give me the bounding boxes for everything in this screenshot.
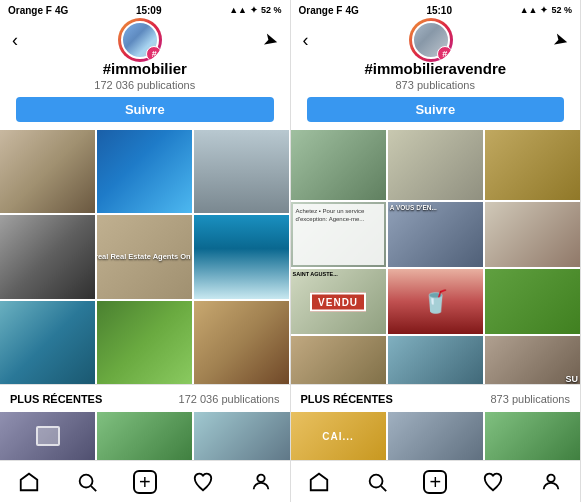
grid-cell-r2[interactable] <box>485 130 580 200</box>
grid-overlay-text: Top 15 Montreal Real Estate Agents On So… <box>97 252 192 262</box>
follow-button-right[interactable]: Suivre <box>307 97 565 122</box>
follow-button-left[interactable]: Suivre <box>16 97 274 122</box>
send-icon-right[interactable]: ➤ <box>550 27 570 52</box>
grid-cell-4[interactable]: Top 15 Montreal Real Estate Agents On So… <box>97 215 192 298</box>
grid-image-r2 <box>485 130 580 200</box>
grid-image-r0 <box>291 130 386 200</box>
photo-grid-right: Achetez • Pour un service d'exception: A… <box>291 130 581 384</box>
pub-count-right: 873 publications <box>395 79 475 91</box>
grid-cell-r5[interactable] <box>485 202 580 267</box>
header-nav-right: ‹ # ➤ <box>291 20 581 60</box>
grid-image-r8 <box>485 269 580 334</box>
profile-info-left: #immobilier 172 036 publications Suivre <box>0 60 290 130</box>
grid-image-r1 <box>388 130 483 200</box>
smoothie-icon: 🥤 <box>422 289 449 315</box>
carrier-text-left: Orange F <box>8 5 52 16</box>
grid-cell-r7[interactable]: 🥤 <box>388 269 483 334</box>
thumb-1-right[interactable] <box>388 412 483 460</box>
thumb-image-1-right <box>388 412 483 460</box>
thumb-2-right[interactable] <box>485 412 580 460</box>
ad-text-overlay: Achetez • Pour un service d'exception: A… <box>293 204 384 265</box>
grid-cell-5[interactable] <box>194 215 289 298</box>
thumb-image-2-right <box>485 412 580 460</box>
grid-image-5 <box>194 215 289 298</box>
back-icon-right[interactable]: ‹ <box>303 30 309 51</box>
grid-image-r10 <box>388 336 483 384</box>
grid-image-8 <box>194 301 289 384</box>
heart-nav-right[interactable] <box>475 464 511 500</box>
grid-image-6 <box>0 301 95 384</box>
status-bar-right: Orange F 4G 15:10 ▲▲ ✦ 52 % <box>291 0 581 20</box>
hashtag-badge-right: # <box>437 46 453 62</box>
grid-cell-r4[interactable]: A VOUS D'EN... <box>388 202 483 267</box>
thumb-image-0-right: CAI... <box>291 412 386 460</box>
grid-cell-r6[interactable]: SAINT AGUSTE... VENDU <box>291 269 386 334</box>
profile-nav-right[interactable] <box>533 464 569 500</box>
grid-cell-2[interactable] <box>194 130 289 213</box>
home-nav-left[interactable] <box>11 464 47 500</box>
grid-image-r5 <box>485 202 580 267</box>
grid-cell-r11[interactable]: SU <box>485 336 580 384</box>
thumb-0-left[interactable] <box>0 412 95 460</box>
grid-cell-r0[interactable] <box>291 130 386 200</box>
add-nav-right[interactable]: + <box>417 464 453 500</box>
search-nav-right[interactable] <box>359 464 395 500</box>
plus-recentes-count-right: 873 publications <box>490 393 570 405</box>
avatar-right: # <box>409 18 453 62</box>
grid-cell-r10[interactable] <box>388 336 483 384</box>
grid-image-0 <box>0 130 95 213</box>
thumb-2-left[interactable] <box>194 412 289 460</box>
send-icon-left[interactable]: ➤ <box>260 27 280 52</box>
bottom-thumbs-left <box>0 412 290 460</box>
avendre-text: A VOUS D'EN... <box>390 204 481 212</box>
grid-cell-1[interactable] <box>97 130 192 213</box>
grid-cell-r1[interactable] <box>388 130 483 200</box>
vendu-badge: VENDU <box>310 292 366 311</box>
battery-left: 52 % <box>261 5 282 15</box>
add-nav-left[interactable]: + <box>127 464 163 500</box>
bluetooth-icon-right: ✦ <box>540 5 548 15</box>
pub-count-left: 172 036 publications <box>94 79 195 91</box>
grid-cell-6[interactable] <box>0 301 95 384</box>
back-icon-left[interactable]: ‹ <box>12 30 18 51</box>
grid-cell-r3[interactable]: Achetez • Pour un service d'exception: A… <box>291 202 386 267</box>
plus-recentes-label-left: PLUS RÉCENTES <box>10 393 102 405</box>
time-right: 15:10 <box>426 5 452 16</box>
svg-line-1 <box>91 486 96 491</box>
grid-cell-8[interactable] <box>194 301 289 384</box>
hashtag-title-right: #immobilieravendre <box>364 60 506 77</box>
svg-point-3 <box>370 474 383 487</box>
thumb-1-left[interactable] <box>97 412 192 460</box>
home-nav-right[interactable] <box>301 464 337 500</box>
grid-image-r9 <box>291 336 386 384</box>
grid-image-7 <box>97 301 192 384</box>
grid-cell-r8[interactable] <box>485 269 580 334</box>
status-carrier-right: Orange F 4G <box>299 5 359 16</box>
grid-cell-0[interactable] <box>0 130 95 213</box>
heart-nav-left[interactable] <box>185 464 221 500</box>
grid-cell-3[interactable] <box>0 215 95 298</box>
status-bar-left: Orange F 4G 15:09 ▲▲ ✦ 52 % <box>0 0 290 20</box>
profile-nav-left[interactable] <box>243 464 279 500</box>
svg-line-4 <box>381 486 386 491</box>
plus-recentes-bar-left: PLUS RÉCENTES 172 036 publications <box>0 384 290 412</box>
cai-label: CAI... <box>291 412 386 460</box>
network-text-right: 4G <box>345 5 358 16</box>
grid-image-2 <box>194 130 289 213</box>
grid-cell-7[interactable] <box>97 301 192 384</box>
hashtag-title-left: #immobilier <box>103 60 187 77</box>
search-nav-left[interactable] <box>69 464 105 500</box>
saint-aguste-label: SAINT AGUSTE... <box>293 271 338 277</box>
add-icon-right: + <box>423 470 447 494</box>
su-label: SU <box>565 374 578 384</box>
svg-point-2 <box>257 474 264 481</box>
thumb-0-right[interactable]: CAI... <box>291 412 386 460</box>
plus-recentes-bar-right: PLUS RÉCENTES 873 publications <box>291 384 581 412</box>
left-phone-panel: Orange F 4G 15:09 ▲▲ ✦ 52 % ‹ # ➤ #immob… <box>0 0 291 502</box>
bluetooth-icon-left: ✦ <box>250 5 258 15</box>
plus-recentes-label-right: PLUS RÉCENTES <box>301 393 393 405</box>
battery-right: 52 % <box>551 5 572 15</box>
thumb-image-0-left <box>0 412 95 460</box>
grid-cell-r9[interactable] <box>291 336 386 384</box>
svg-point-5 <box>547 474 554 481</box>
